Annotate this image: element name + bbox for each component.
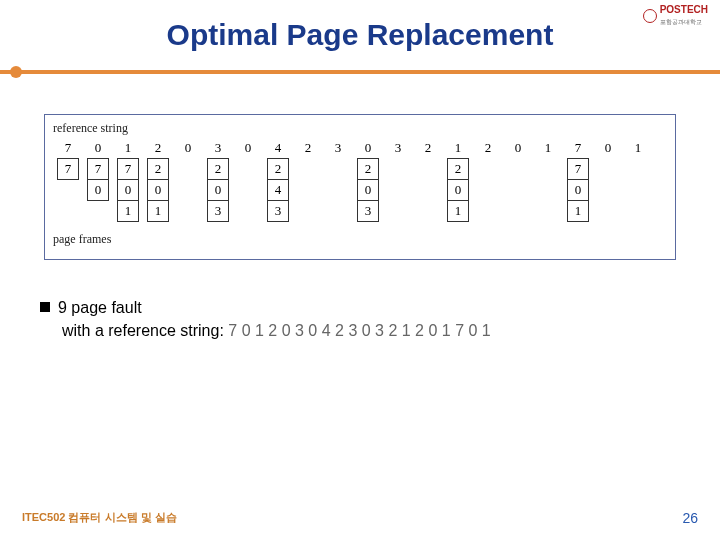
frame-column: 203: [203, 158, 233, 222]
reference-string-row: 70120304230321201701: [49, 140, 671, 156]
ref-string-values: 7 0 1 2 0 3 0 4 2 3 0 3 2 1 2 0 1 7 0 1: [228, 322, 490, 339]
frame-cell: 4: [267, 179, 289, 201]
frame-cell: 2: [447, 158, 469, 180]
frame-cell: 0: [117, 179, 139, 201]
frame-cell: 0: [87, 179, 109, 201]
frame-column: 7: [53, 158, 83, 180]
ref-value: 0: [173, 140, 203, 156]
frame-column: 203: [353, 158, 383, 222]
page-frames-row: 770701201203243203201701: [49, 158, 671, 222]
frame-column: 701: [563, 158, 593, 222]
ref-value: 0: [503, 140, 533, 156]
frame-cell: 3: [267, 200, 289, 222]
ref-value: 0: [83, 140, 113, 156]
ref-value: 2: [413, 140, 443, 156]
frame-cell: 1: [447, 200, 469, 222]
ref-value: 3: [203, 140, 233, 156]
ref-value: 1: [533, 140, 563, 156]
frame-cell: 7: [117, 158, 139, 180]
frame-cell: 2: [147, 158, 169, 180]
frame-cell: 0: [567, 179, 589, 201]
frame-cell: 3: [207, 200, 229, 222]
ref-value: 1: [113, 140, 143, 156]
frame-column: 243: [263, 158, 293, 222]
ref-value: 7: [563, 140, 593, 156]
ref-value: 2: [473, 140, 503, 156]
logo-subtext: 포항공과대학교: [660, 19, 702, 25]
page-number: 26: [682, 510, 698, 526]
frame-column: 701: [113, 158, 143, 222]
brand-logo: POSTECH 포항공과대학교: [643, 4, 708, 27]
frame-cell: 2: [267, 158, 289, 180]
frame-cell: 0: [447, 179, 469, 201]
ref-value: 7: [53, 140, 83, 156]
ref-value: 2: [293, 140, 323, 156]
frame-cell: 7: [57, 158, 79, 180]
frame-cell: 7: [567, 158, 589, 180]
ref-value: 3: [383, 140, 413, 156]
course-code: ITEC502 컴퓨터 시스템 및 실습: [22, 510, 177, 526]
frame-column: 70: [83, 158, 113, 201]
ref-value: 1: [623, 140, 653, 156]
frame-column: 201: [443, 158, 473, 222]
logo-seal-icon: [643, 9, 657, 23]
bullet-square-icon: [40, 302, 50, 312]
ref-value: 4: [263, 140, 293, 156]
ref-value: 0: [353, 140, 383, 156]
frame-cell: 0: [357, 179, 379, 201]
logo-text: POSTECH: [660, 4, 708, 15]
ref-string-prefix: with a reference string:: [62, 322, 228, 339]
frame-cell: 7: [87, 158, 109, 180]
frame-column: 201: [143, 158, 173, 222]
bullet-item: 9 page fault with a reference string: 7 …: [40, 296, 680, 342]
frame-cell: 1: [117, 200, 139, 222]
ref-value: 0: [593, 140, 623, 156]
page-frames-label: page frames: [53, 232, 671, 247]
frame-cell: 1: [567, 200, 589, 222]
frame-cell: 2: [357, 158, 379, 180]
frame-cell: 2: [207, 158, 229, 180]
ref-value: 1: [443, 140, 473, 156]
ref-value: 2: [143, 140, 173, 156]
reference-string-label: reference string: [53, 121, 671, 136]
frame-cell: 0: [207, 179, 229, 201]
page-replacement-diagram: reference string 70120304230321201701 77…: [44, 114, 676, 260]
page-title: Optimal Page Replacement: [0, 18, 720, 52]
frame-cell: 3: [357, 200, 379, 222]
frame-cell: 0: [147, 179, 169, 201]
ref-value: 3: [323, 140, 353, 156]
frame-cell: 1: [147, 200, 169, 222]
slide-footer: ITEC502 컴퓨터 시스템 및 실습 26: [22, 510, 698, 526]
title-divider: [0, 70, 720, 74]
ref-value: 0: [233, 140, 263, 156]
fault-count-text: 9 page fault: [58, 299, 142, 316]
